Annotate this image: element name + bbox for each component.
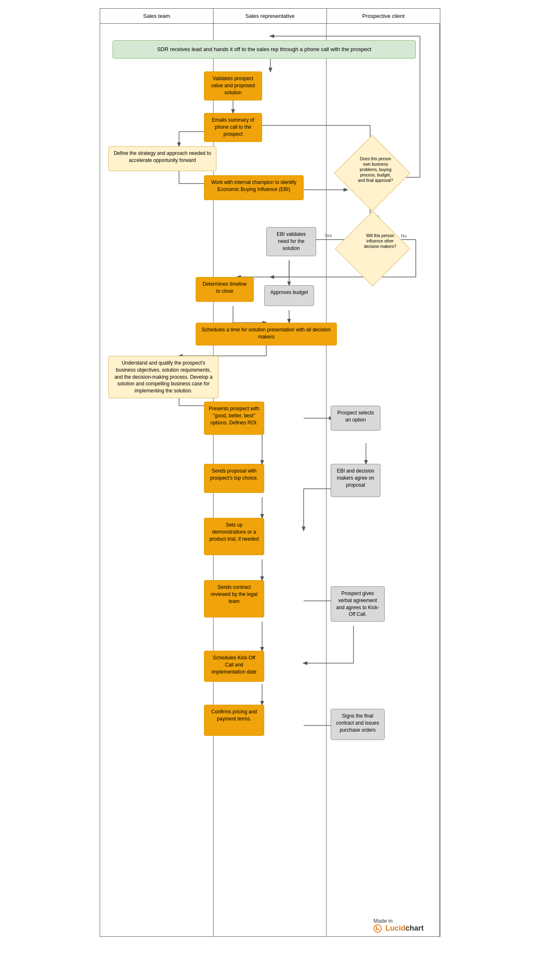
swimlane-header: Sales team Sales representative Prospect… [100,8,440,23]
lucid-icon [373,924,382,933]
schedules-time-box: Schedules a time for solution presentati… [196,323,337,345]
approves-budget-box: Approves budget [264,285,314,306]
sends-proposal-box: Sends proposal with prospect's top choic… [204,464,264,493]
signs-final-box: Signs the final contract and issues purc… [331,709,385,740]
prospect-selects-box: Prospect selects an option [331,406,380,431]
col-header-sales-rep: Sales representative [214,9,327,23]
work-ebi-box: Work with internal champion to identify … [204,175,304,200]
chart-text: chart [405,924,424,932]
understand-qualify-box: Understand and qualify the prospect's bu… [108,356,218,398]
svg-point-45 [374,925,381,932]
ebi-validates-box: EBI validates need for the solution [266,227,316,256]
define-strategy-box: Define the strategy and approach needed … [108,146,216,171]
ebi-decision-box: EBI and decision makers agree on proposa… [331,464,380,497]
sets-up-box: Sets up demonstrations or a product tria… [204,518,264,555]
sdr-box: SDR receives lead and hands it off to th… [113,40,416,59]
col-header-prospect: Prospective client [327,9,440,23]
does-person-label: Does this person own business problems, … [357,156,394,183]
sends-contract-box: Sends contract reviewed by the legal tea… [204,580,264,617]
presents-box: Presents prospect with "good, better, be… [204,402,264,435]
lucid-text: Lucid [385,924,405,932]
col-header-sales-team: Sales team [100,9,214,23]
determines-box: Determines timeline to close [196,277,254,302]
lucid-logo: Lucidchart [373,924,424,932]
made-in-label: Made in [373,918,424,924]
swimlane-body: No Yes Yes No [100,23,440,937]
lucidchart-branding: Made in Lucidchart [373,918,424,933]
prospect-verbal-box: Prospect gives verbal agreement and agre… [331,586,385,622]
emails-box: Emails summary of phone call to the pros… [204,113,262,142]
schedules-kickoff-box: Schedules Kick-Off Call and implementati… [204,651,264,682]
confirms-pricing-box: Confirms pricing and payment terms. [204,705,264,736]
will-influence-label: Will this person influence other decisio… [362,233,398,249]
validates-box: Validates prospect value and proposed so… [204,71,262,100]
